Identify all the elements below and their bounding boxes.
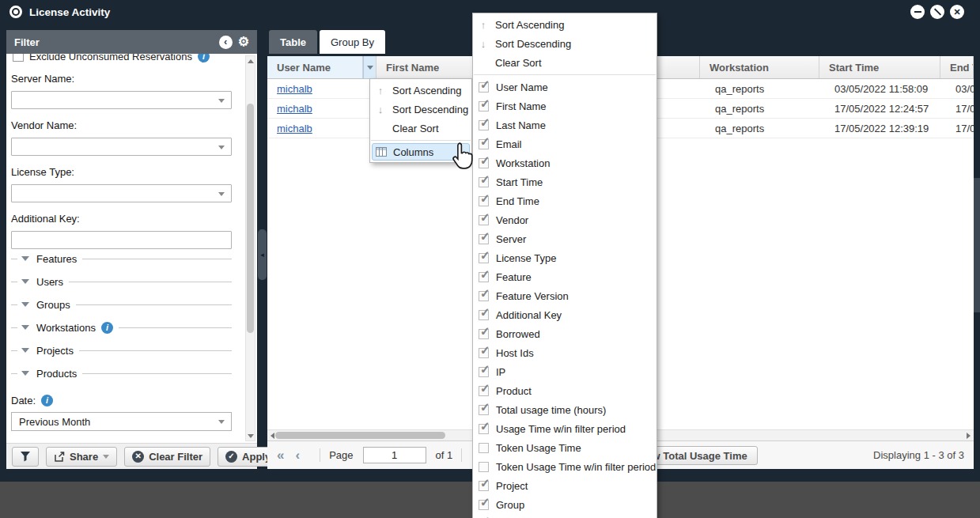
column-checkbox-item[interactable]: Token Usage Time w/in filter period: [473, 457, 656, 476]
scroll-left-arrow[interactable]: [271, 433, 274, 439]
server-name-select[interactable]: [11, 91, 232, 109]
column-checkbox-item[interactable]: Borrowed: [473, 324, 656, 343]
additional-key-input[interactable]: [11, 231, 232, 249]
column-checkbox-item[interactable]: Feature Version: [473, 286, 656, 305]
exclude-unconsumed-checkbox[interactable]: [13, 54, 24, 62]
filter-section-expander[interactable]: Users i: [11, 274, 232, 289]
column-menu-trigger[interactable]: [363, 56, 376, 78]
checkbox-icon[interactable]: [479, 500, 489, 510]
minimize-button[interactable]: [910, 5, 925, 19]
checkbox-icon[interactable]: [479, 386, 489, 396]
checkbox-icon[interactable]: [479, 424, 489, 434]
column-header-end-time[interactable]: End Time: [940, 56, 974, 78]
column-header-workstation[interactable]: Workstation: [700, 56, 819, 78]
column-checkbox-item[interactable]: IP: [473, 362, 656, 381]
checkbox-icon[interactable]: [479, 310, 489, 320]
menu-item-sort-descending[interactable]: ↓ Sort Descending: [370, 100, 471, 119]
first-page-button[interactable]: «: [277, 448, 284, 462]
date-range-select[interactable]: Previous Month: [11, 412, 232, 431]
menu-item-sort-ascending[interactable]: ↑ Sort Ascending: [473, 15, 656, 34]
tab-group-by[interactable]: Group By: [320, 30, 385, 54]
column-checkbox-item[interactable]: License Type: [473, 248, 656, 267]
menu-item-clear-sort[interactable]: Clear Sort: [473, 53, 656, 72]
column-checkbox-item[interactable]: Start Time: [473, 172, 656, 191]
column-checkbox-item[interactable]: Host Ids: [473, 343, 656, 362]
filter-section-expander[interactable]: Features i: [11, 251, 232, 266]
previous-page-button[interactable]: ‹: [295, 448, 300, 462]
checkbox-icon[interactable]: [479, 158, 489, 168]
column-checkbox-item[interactable]: Group: [473, 495, 656, 514]
collapse-panel-button[interactable]: ‹: [219, 36, 233, 49]
checkbox-icon[interactable]: [479, 120, 489, 130]
column-checkbox-item[interactable]: Project: [473, 476, 656, 495]
menu-item-sort-ascending[interactable]: ↑ Sort Ascending: [370, 81, 471, 100]
splitter-collapse-handle[interactable]: ◂: [258, 229, 267, 280]
column-checkbox-item[interactable]: Product: [473, 381, 656, 400]
user-name-link[interactable]: michalb: [277, 103, 312, 115]
column-checkbox-item[interactable]: Usage Time w/in filter period: [473, 419, 656, 438]
checkbox-icon[interactable]: [479, 215, 489, 225]
column-checkbox-item[interactable]: User Name: [473, 78, 656, 96]
checkbox-icon[interactable]: [479, 367, 489, 377]
clear-filter-button[interactable]: ✕ Clear Filter: [124, 447, 210, 467]
checkbox-icon[interactable]: [479, 272, 489, 282]
scrollbar-thumb[interactable]: [275, 432, 445, 439]
column-checkbox-item[interactable]: Token Usage Time: [473, 438, 656, 457]
filter-scrollbar[interactable]: [245, 55, 255, 441]
checkbox-icon[interactable]: [479, 253, 489, 263]
checkbox-icon[interactable]: [479, 234, 489, 244]
checkbox-icon[interactable]: [479, 82, 489, 93]
info-icon[interactable]: i: [101, 322, 113, 334]
license-type-select[interactable]: [11, 184, 232, 202]
section-label: Users: [36, 276, 63, 288]
column-checkbox-item[interactable]: [473, 514, 656, 518]
filter-section-expander[interactable]: Workstations i: [11, 320, 232, 335]
column-checkbox-item[interactable]: Last Name: [473, 115, 656, 134]
menu-item-clear-sort[interactable]: Clear Sort: [370, 119, 471, 138]
column-checkbox-label: Token Usage Time w/in filter period: [496, 461, 656, 473]
menu-item-sort-descending[interactable]: ↓ Sort Descending: [473, 34, 656, 53]
info-icon[interactable]: i: [198, 54, 210, 62]
checkbox-icon[interactable]: [479, 177, 489, 187]
column-checkbox-item[interactable]: Feature: [473, 267, 656, 286]
checkbox-icon[interactable]: [479, 443, 489, 453]
filter-section-expander[interactable]: Projects i: [11, 343, 232, 357]
checkbox-icon[interactable]: [479, 101, 489, 112]
column-checkbox-item[interactable]: End Time: [473, 191, 656, 210]
checkbox-icon[interactable]: [479, 139, 489, 149]
checkbox-icon[interactable]: [479, 329, 489, 339]
info-icon[interactable]: i: [41, 395, 53, 406]
tab-table[interactable]: Table: [269, 30, 317, 54]
column-checkbox-item[interactable]: First Name: [473, 96, 656, 115]
scroll-right-arrow[interactable]: [967, 433, 971, 439]
column-checkbox-item[interactable]: Additional Key: [473, 305, 656, 324]
checkbox-icon[interactable]: [479, 196, 489, 206]
scroll-up-arrow[interactable]: [246, 56, 255, 66]
restore-button[interactable]: [930, 5, 944, 19]
column-checkbox-item[interactable]: Workstation: [473, 153, 656, 172]
checkbox-icon[interactable]: [479, 405, 489, 415]
vendor-name-select[interactable]: [11, 138, 232, 156]
scrollbar-thumb[interactable]: [247, 104, 254, 333]
checkbox-icon[interactable]: [479, 291, 489, 301]
column-checkbox-item[interactable]: Server: [473, 229, 656, 248]
settings-gear-icon[interactable]: ⚙: [238, 36, 249, 48]
column-checkbox-item[interactable]: Email: [473, 134, 656, 153]
checkbox-icon[interactable]: [479, 462, 489, 472]
user-name-link[interactable]: michalb: [277, 83, 312, 95]
checkbox-icon[interactable]: [479, 348, 489, 358]
scroll-down-arrow[interactable]: [246, 431, 255, 440]
close-button[interactable]: ✕: [950, 5, 964, 19]
column-header-user-name[interactable]: User Name: [267, 56, 363, 78]
column-checkbox-item[interactable]: Total usage time (hours): [473, 400, 656, 419]
checkbox-icon[interactable]: [479, 481, 489, 491]
filter-section-expander[interactable]: Products i: [11, 366, 232, 380]
share-button[interactable]: Share: [46, 447, 117, 467]
panel-splitter[interactable]: ◂: [257, 30, 267, 469]
user-name-link[interactable]: michalb: [277, 123, 312, 134]
column-checkbox-item[interactable]: Vendor: [473, 210, 656, 229]
filter-funnel-button[interactable]: [12, 447, 39, 467]
page-number-input[interactable]: [363, 447, 426, 463]
filter-section-expander[interactable]: Groups i: [11, 297, 232, 312]
column-header-start-time[interactable]: Start Time: [819, 56, 940, 78]
